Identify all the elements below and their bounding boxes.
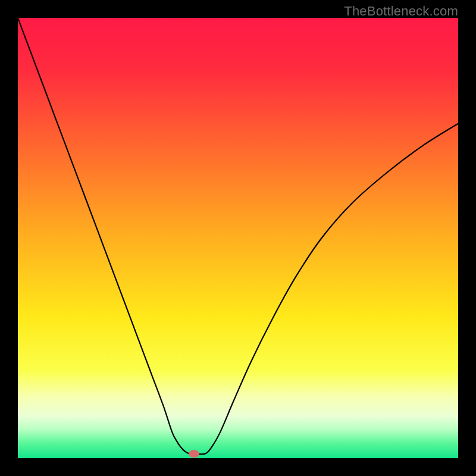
watermark-text: TheBottleneck.com xyxy=(344,4,458,19)
chart-frame: TheBottleneck.com xyxy=(0,0,476,476)
plot-area xyxy=(18,18,458,458)
bottleneck-curve xyxy=(18,18,458,454)
optimal-point-marker xyxy=(189,450,199,458)
curve-layer xyxy=(18,18,458,458)
